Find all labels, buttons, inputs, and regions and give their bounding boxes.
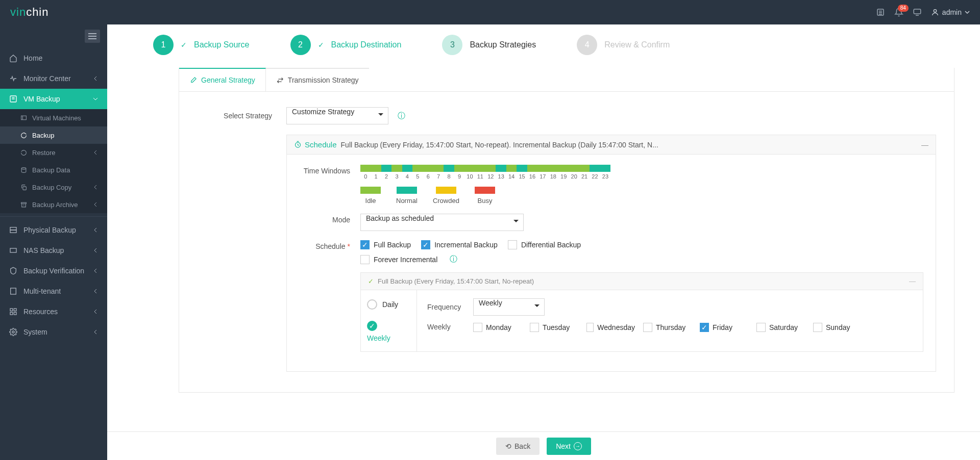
user-menu[interactable]: admin: [931, 8, 970, 16]
svg-point-13: [21, 167, 26, 169]
day-sunday[interactable]: Sunday: [813, 323, 862, 332]
sub-label: Backup Archive: [32, 201, 78, 209]
schedule-title-text: Schedule: [305, 140, 337, 149]
svg-rect-15: [21, 202, 27, 203]
tab-general-strategy[interactable]: General Strategy: [179, 68, 266, 91]
collapse-icon[interactable]: —: [909, 277, 916, 285]
content-scroll[interactable]: 1✓Backup Source 2✓Backup Destination 3Ba…: [107, 24, 980, 431]
refresh-icon: [20, 132, 27, 139]
radio-icon: [367, 299, 377, 310]
nav-resources[interactable]: Resources: [0, 301, 107, 322]
nav-label: System: [23, 328, 47, 336]
nav-nas-backup[interactable]: NAS Backup: [0, 240, 107, 261]
legend-crowded: Crowded: [433, 187, 459, 205]
sub-backup-archive[interactable]: Backup Archive: [0, 196, 107, 213]
frequency-select-row: Frequency Weekly: [427, 298, 913, 316]
sub-backup-data[interactable]: Backup Data: [0, 161, 107, 178]
tab-transmission-strategy[interactable]: Transmission Strategy: [266, 68, 369, 91]
check-label: Forever Incremental: [374, 255, 437, 264]
building-icon: [9, 287, 17, 295]
chevron-left-icon: [93, 227, 98, 233]
day-friday[interactable]: ✓Friday: [700, 323, 748, 332]
nav-monitor-center[interactable]: Monitor Center: [0, 68, 107, 89]
chevron-down-icon: [93, 96, 98, 101]
check-label: Differential Backup: [521, 241, 581, 249]
legend-swatch: [360, 187, 381, 194]
radio-weekly[interactable]: ✓Weekly: [367, 321, 410, 342]
list-icon[interactable]: [876, 8, 885, 17]
sub-backup[interactable]: Backup: [0, 126, 107, 144]
monitor-icon[interactable]: [913, 8, 922, 17]
step-label: Backup Source: [194, 40, 250, 49]
legend-swatch: [436, 187, 456, 194]
day-wednesday[interactable]: Wednesday: [586, 323, 635, 332]
checkbox-icon: [813, 323, 822, 332]
hamburger-icon[interactable]: [85, 30, 100, 43]
day-label: Wednesday: [597, 323, 635, 331]
nav-home[interactable]: Home: [0, 48, 107, 68]
collapse-icon[interactable]: —: [921, 141, 928, 149]
full-backup-subpanel-header[interactable]: ✓ Full Backup (Every Friday, 15:47:00 St…: [361, 273, 923, 290]
legend-label: Busy: [477, 197, 492, 205]
step-1[interactable]: 1✓Backup Source: [153, 35, 250, 55]
svg-rect-24: [14, 312, 16, 315]
info-icon[interactable]: ⓘ: [398, 111, 405, 121]
sub-label: Backup: [32, 132, 54, 139]
checkbox-icon: ✓: [700, 323, 709, 332]
database-icon: [20, 167, 27, 173]
info-icon[interactable]: ⓘ: [450, 254, 457, 264]
chevron-left-icon: [93, 202, 98, 207]
step-3[interactable]: 3Backup Strategies: [442, 35, 536, 55]
main-area: 1✓Backup Source 2✓Backup Destination 3Ba…: [107, 24, 980, 460]
day-label: Monday: [486, 323, 511, 331]
copy-icon: [20, 184, 27, 191]
next-button[interactable]: Next→: [547, 438, 591, 455]
select-strategy-dropdown[interactable]: Customize Strategy: [286, 107, 388, 124]
swap-icon: [276, 76, 284, 84]
vms-icon: [20, 115, 27, 121]
check-label: Full Backup: [374, 241, 411, 249]
mode-dropdown[interactable]: Backup as scheduled: [360, 214, 524, 231]
legend-idle: Idle: [360, 187, 381, 205]
svg-rect-19: [11, 288, 16, 294]
check-incremental-backup[interactable]: ✓Incremental Backup: [421, 240, 498, 249]
nav-multi-tenant[interactable]: Multi-tenant: [0, 281, 107, 301]
day-thursday[interactable]: Thursday: [643, 323, 692, 332]
time-windows-hours: 01234567891011121314151617181920212223: [360, 173, 610, 180]
gear-icon: [9, 328, 17, 336]
back-button[interactable]: ⟲Back: [496, 438, 540, 455]
schedule-panel-header[interactable]: Schedule Full Backup (Every Friday, 15:4…: [287, 135, 936, 155]
wizard-footer: ⟲Back Next→: [107, 431, 980, 460]
sub-restore[interactable]: Restore: [0, 144, 107, 161]
nav-vm-backup[interactable]: VM Backup: [0, 89, 107, 109]
nav-physical-backup[interactable]: Physical Backup: [0, 220, 107, 240]
frequency-dropdown[interactable]: Weekly: [473, 298, 545, 316]
chevron-left-icon: [93, 329, 98, 335]
svg-rect-18: [10, 248, 16, 252]
checkbox-icon: [586, 323, 594, 332]
day-saturday[interactable]: Saturday: [756, 323, 805, 332]
sub-label: Backup Copy: [32, 184, 71, 191]
step-4[interactable]: 4Review & Confirm: [577, 35, 670, 55]
step-2[interactable]: 2✓Backup Destination: [290, 35, 402, 55]
bell-icon[interactable]: 84: [894, 8, 903, 17]
check-differential-backup[interactable]: Differential Backup: [508, 240, 581, 249]
chevron-left-icon: [93, 289, 98, 294]
svg-rect-23: [10, 312, 13, 315]
radio-daily[interactable]: Daily: [367, 299, 410, 310]
svg-rect-14: [23, 186, 27, 190]
nav-backup-verification[interactable]: Backup Verification: [0, 261, 107, 281]
sub-virtual-machines[interactable]: Virtual Machines: [0, 109, 107, 126]
edit-icon: [189, 76, 197, 84]
day-tuesday[interactable]: Tuesday: [530, 323, 578, 332]
check-forever-incremental[interactable]: Forever Incremental: [360, 255, 437, 264]
day-monday[interactable]: Monday: [473, 323, 522, 332]
step-number: 2: [290, 35, 311, 55]
nav-label: Multi-tenant: [23, 287, 61, 295]
frequency-radio-column: Daily ✓Weekly: [361, 290, 417, 351]
sub-backup-copy[interactable]: Backup Copy: [0, 178, 107, 196]
nav-system[interactable]: System: [0, 322, 107, 342]
clock-icon: [294, 141, 302, 148]
wizard-steps: 1✓Backup Source 2✓Backup Destination 3Ba…: [153, 35, 965, 55]
check-full-backup[interactable]: ✓Full Backup: [360, 240, 411, 249]
